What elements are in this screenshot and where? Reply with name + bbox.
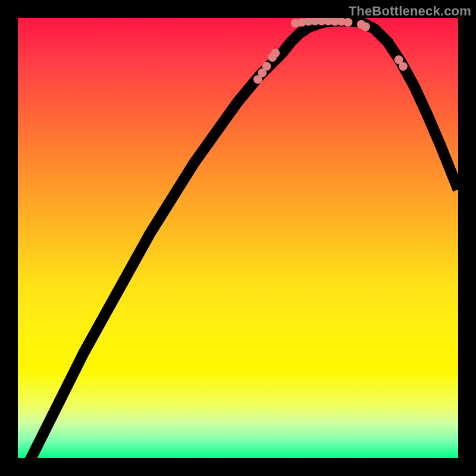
- chart-svg: [18, 18, 458, 458]
- markers-group: [253, 18, 408, 84]
- chart-container: TheBottleneck.com: [0, 0, 476, 476]
- data-marker: [271, 49, 280, 58]
- watermark-text: TheBottleneck.com: [349, 4, 471, 19]
- data-marker: [399, 62, 408, 71]
- data-marker: [361, 22, 370, 31]
- data-marker: [262, 62, 271, 71]
- bottleneck-curve: [18, 21, 458, 458]
- data-marker: [344, 18, 353, 27]
